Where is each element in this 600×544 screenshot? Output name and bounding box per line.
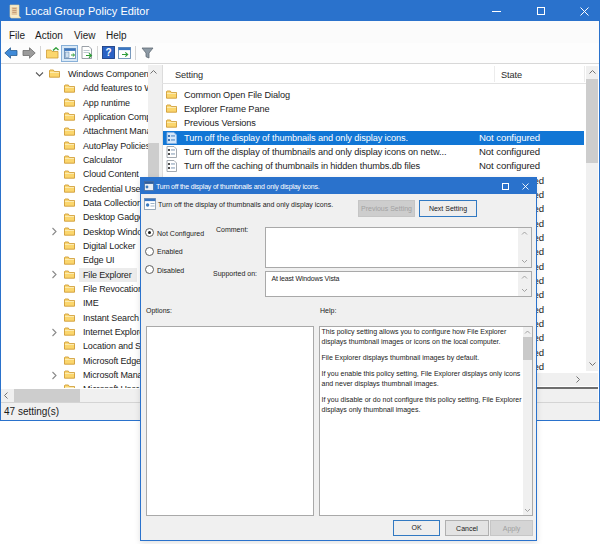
- svg-text:?: ?: [105, 47, 111, 58]
